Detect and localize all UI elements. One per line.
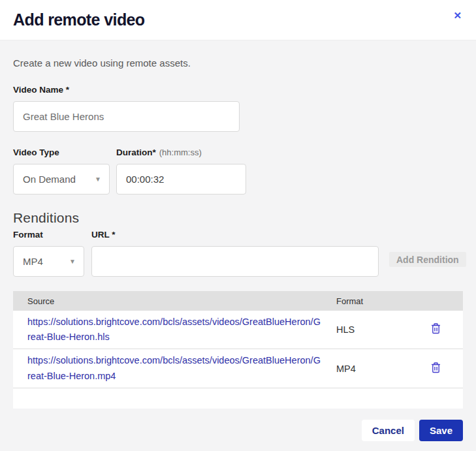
- format-select[interactable]: MP4 ▼: [13, 246, 84, 277]
- url-group: URL *: [91, 230, 379, 277]
- source-column-header: Source: [13, 296, 336, 306]
- rendition-source-link[interactable]: https://solutions.brightcove.com/bcls/as…: [27, 311, 321, 349]
- video-name-input[interactable]: [13, 101, 240, 132]
- add-rendition-button[interactable]: Add Rendition: [389, 252, 466, 267]
- modal-description: Create a new video using remote assets.: [13, 57, 463, 69]
- video-type-label: Video Type: [13, 148, 110, 157]
- delete-rendition-button[interactable]: [431, 362, 441, 375]
- url-label: URL *: [91, 230, 379, 240]
- cancel-button[interactable]: Cancel: [362, 420, 415, 441]
- duration-label: Duration*(hh:mm:ss): [116, 148, 246, 157]
- format-group: Format MP4 ▼: [13, 230, 84, 277]
- table-row: https://solutions.brightcove.com/bcls/as…: [13, 311, 463, 349]
- duration-group: Duration*(hh:mm:ss): [116, 148, 246, 194]
- format-value: MP4: [23, 256, 43, 267]
- video-type-group: Video Type On Demand ▼: [13, 148, 110, 194]
- delete-rendition-button[interactable]: [431, 323, 441, 336]
- rendition-form-row: Format MP4 ▼ URL * Add Rendition: [13, 230, 463, 277]
- page-title: Add remote video: [13, 10, 145, 29]
- trash-icon: [431, 362, 441, 375]
- table-row: https://solutions.brightcove.com/bcls/as…: [13, 349, 463, 388]
- duration-hint: (hh:mm:ss): [159, 148, 202, 157]
- video-name-label: Video Name *: [13, 85, 463, 95]
- video-name-group: Video Name *: [13, 85, 463, 132]
- save-button[interactable]: Save: [419, 420, 463, 441]
- type-duration-row: Video Type On Demand ▼ Duration*(hh:mm:s…: [13, 148, 463, 194]
- format-label: Format: [13, 230, 84, 240]
- url-input[interactable]: [91, 246, 379, 277]
- modal-footer: Cancel Save: [0, 409, 476, 451]
- format-column-header: Format: [336, 296, 431, 306]
- add-remote-video-modal: Add remote video ✕ Create a new video us…: [0, 0, 476, 451]
- trash-icon: [431, 323, 441, 336]
- table-header-row: Source Format: [13, 291, 463, 311]
- chevron-down-icon: ▼: [95, 176, 101, 183]
- duration-input[interactable]: [116, 164, 246, 194]
- chevron-down-icon: ▼: [69, 258, 76, 265]
- video-type-value: On Demand: [23, 174, 76, 185]
- video-type-select[interactable]: On Demand ▼: [13, 164, 110, 194]
- renditions-heading: Renditions: [13, 210, 463, 226]
- modal-header: Add remote video ✕: [0, 0, 476, 40]
- rendition-source-link[interactable]: https://solutions.brightcove.com/bcls/as…: [27, 349, 321, 387]
- modal-body: Create a new video using remote assets. …: [0, 40, 476, 409]
- rendition-format: HLS: [336, 324, 431, 335]
- close-icon[interactable]: ✕: [452, 9, 463, 22]
- rendition-format: MP4: [336, 364, 431, 374]
- renditions-table: Source Format https://solutions.brightco…: [13, 291, 463, 409]
